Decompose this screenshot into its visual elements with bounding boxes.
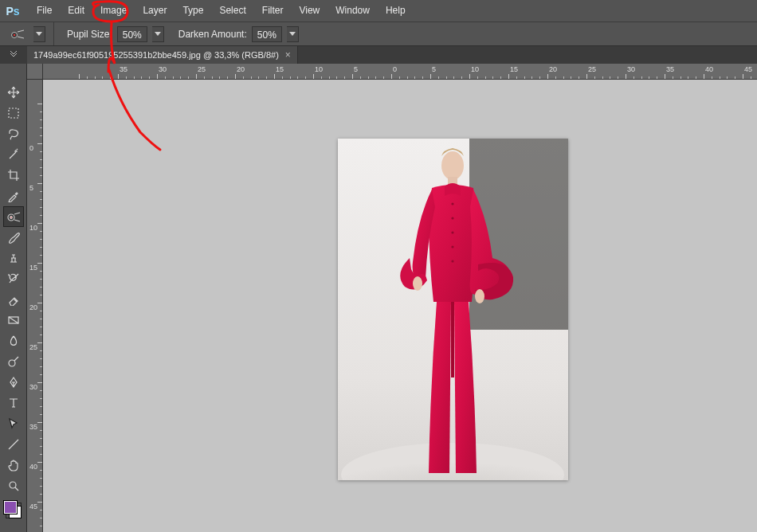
ruler-tick: 35	[665, 64, 665, 79]
menu-layer[interactable]: Layer	[135, 0, 175, 22]
ruler-tick: 35	[27, 422, 42, 423]
menu-filter[interactable]: Filter	[254, 0, 292, 22]
document-tab-strip: 1749a99ec61f905195255391b2bbe459.jpg @ 3…	[0, 46, 757, 64]
ruler-origin[interactable]	[27, 64, 43, 80]
zoom-tool[interactable]	[3, 475, 24, 496]
color-swatch[interactable]	[6, 503, 22, 518]
document-tab[interactable]: 1749a99ec61f905195255391b2bbe459.jpg @ 3…	[27, 46, 298, 64]
pupil-size-label: Pupil Size:	[67, 29, 112, 40]
svg-point-1	[14, 33, 15, 35]
ruler-tick	[27, 104, 42, 104]
lasso-tool[interactable]	[3, 123, 24, 144]
current-tool-icon[interactable]	[6, 25, 29, 43]
ruler-vertical[interactable]: 051015202530354045	[27, 80, 43, 532]
eraser-tool[interactable]	[3, 289, 24, 310]
ruler-tick: 40	[27, 462, 42, 463]
ruler-tick: 0	[391, 64, 392, 79]
ruler-tick: 20	[27, 303, 42, 303]
ruler-tick: 10	[27, 223, 42, 224]
gradient-tool[interactable]	[3, 310, 24, 331]
close-tab-icon[interactable]: ×	[285, 49, 291, 61]
ruler-tick: 30	[27, 382, 42, 383]
ruler-tick: 5	[430, 64, 431, 79]
blur-tool[interactable]	[3, 331, 24, 351]
collapse-panel-icon[interactable]	[0, 46, 27, 64]
svg-point-13	[413, 276, 422, 291]
ruler-tick: 10	[469, 64, 470, 79]
svg-point-17	[451, 231, 453, 233]
workspace: 353025201510505101520253035404550 051015…	[27, 64, 757, 532]
menu-window[interactable]: Window	[328, 0, 378, 22]
svg-point-14	[475, 289, 484, 303]
ruler-tick: 5	[352, 64, 353, 79]
ruler-tick: 35	[118, 64, 119, 79]
type-tool[interactable]	[3, 393, 24, 413]
line-tool[interactable]	[3, 434, 24, 455]
ruler-horizontal[interactable]: 353025201510505101520253035404550	[43, 64, 757, 80]
darken-amount-label: Darken Amount:	[178, 29, 247, 40]
svg-rect-2	[9, 108, 18, 118]
ruler-tick: 40	[704, 64, 704, 79]
menu-view[interactable]: View	[291, 0, 328, 22]
clone-stamp-tool[interactable]	[3, 248, 24, 268]
svg-point-7	[10, 482, 16, 488]
svg-point-15	[451, 202, 453, 205]
ruler-tick: 15	[27, 263, 42, 264]
menu-type[interactable]: Type	[175, 0, 211, 22]
ruler-tick: 45	[743, 64, 743, 79]
menu-edit[interactable]: Edit	[60, 0, 92, 22]
toolbox	[0, 64, 27, 532]
menu-file[interactable]: File	[29, 0, 60, 22]
ruler-tick: 45	[27, 502, 42, 503]
eyedropper-tool[interactable]	[3, 186, 24, 206]
svg-point-11	[441, 151, 464, 180]
ruler-tick: 15	[508, 64, 509, 79]
pupil-size-dropdown[interactable]	[152, 26, 164, 42]
menu-select[interactable]: Select	[211, 0, 253, 22]
red-eye-tool[interactable]	[3, 206, 24, 227]
ruler-tick: 10	[313, 64, 314, 79]
menu-help[interactable]: Help	[378, 0, 414, 22]
pupil-size-value[interactable]: 50%	[117, 26, 147, 42]
document-tab-title: 1749a99ec61f905195255391b2bbe459.jpg @ 3…	[33, 50, 279, 60]
svg-point-6	[9, 360, 15, 366]
ruler-tick: 15	[274, 64, 275, 79]
menu-bar: Ps FileEditImageLayerTypeSelectFilterVie…	[0, 0, 757, 22]
darken-amount-dropdown[interactable]	[287, 26, 299, 42]
tool-preset-dropdown[interactable]	[33, 26, 45, 42]
ruler-tick: 20	[235, 64, 236, 79]
svg-point-19	[451, 260, 453, 262]
brush-tool[interactable]	[3, 227, 24, 248]
crop-tool[interactable]	[3, 165, 24, 186]
pen-tool[interactable]	[3, 372, 24, 393]
svg-point-4	[10, 217, 12, 219]
history-brush-tool[interactable]	[3, 268, 24, 289]
hand-tool[interactable]	[3, 455, 24, 475]
svg-point-18	[451, 245, 453, 248]
ruler-tick: 30	[157, 64, 158, 79]
ruler-tick: 25	[586, 64, 587, 79]
canvas-area[interactable]	[43, 80, 757, 532]
svg-point-16	[451, 217, 453, 219]
ruler-tick: 25	[27, 342, 42, 343]
dodge-tool[interactable]	[3, 351, 24, 372]
ruler-tick	[79, 64, 80, 79]
options-bar: Pupil Size: 50% Darken Amount: 50%	[0, 22, 757, 46]
ruler-tick: 5	[27, 183, 42, 184]
magic-wand-tool[interactable]	[3, 144, 24, 165]
path-selection-tool[interactable]	[3, 413, 24, 434]
menu-image[interactable]: Image	[92, 0, 135, 22]
ruler-tick: 20	[547, 64, 548, 79]
ruler-tick: 25	[196, 64, 197, 79]
marquee-tool[interactable]	[3, 103, 24, 123]
ruler-tick: 30	[626, 64, 626, 79]
ruler-tick: 0	[27, 143, 42, 144]
darken-amount-value[interactable]: 50%	[252, 26, 282, 42]
move-tool[interactable]	[3, 82, 24, 103]
document-image[interactable]	[338, 139, 568, 480]
photoshop-logo-icon: Ps	[5, 3, 21, 19]
